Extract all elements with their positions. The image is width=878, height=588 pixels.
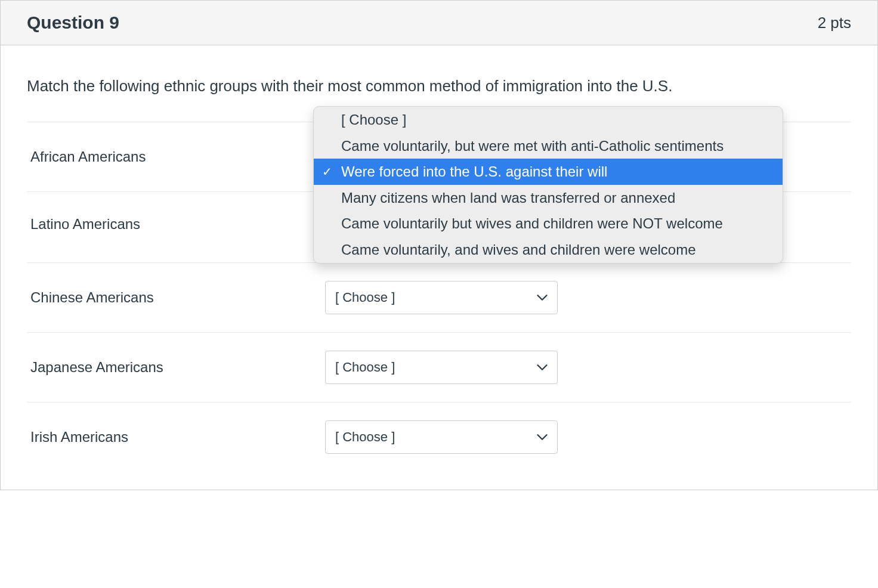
match-select-japanese-americans[interactable]: [ Choose ] — [325, 351, 558, 384]
dropdown-option-annexed[interactable]: Many citizens when land was transferred … — [314, 185, 783, 211]
match-select-wrapper: [ Choose ] — [325, 351, 558, 384]
option-text: Came voluntarily, but were met with anti… — [341, 138, 724, 154]
dropdown-option-not-welcome[interactable]: Came voluntarily but wives and children … — [314, 211, 783, 237]
match-select-irish-americans[interactable]: [ Choose ] — [325, 420, 558, 454]
chevron-down-icon — [537, 434, 548, 441]
question-points: 2 pts — [818, 14, 851, 32]
select-value: [ Choose ] — [335, 290, 531, 305]
option-text: Many citizens when land was transferred … — [341, 190, 675, 206]
select-value: [ Choose ] — [335, 429, 531, 445]
question-body: Match the following ethnic groups with t… — [1, 45, 877, 490]
select-value: [ Choose ] — [335, 360, 531, 375]
dropdown-menu[interactable]: [ Choose ] Came voluntarily, but were me… — [313, 106, 783, 264]
question-prompt: Match the following ethnic groups with t… — [27, 75, 851, 97]
question-title: Question 9 — [27, 13, 119, 33]
option-text: [ Choose ] — [341, 112, 406, 128]
chevron-down-icon — [537, 294, 548, 301]
check-icon: ✓ — [322, 163, 332, 180]
match-label: Latino Americans — [27, 210, 325, 233]
question-container: Question 9 2 pts Match the following eth… — [0, 0, 878, 490]
match-label: Chinese Americans — [27, 289, 325, 306]
dropdown-option-forced[interactable]: ✓ Were forced into the U.S. against thei… — [314, 159, 783, 185]
match-select-wrapper: [ Choose ] — [325, 281, 558, 314]
match-select-wrapper: [ Choose ] — [325, 420, 558, 454]
match-row-irish-americans: Irish Americans [ Choose ] — [27, 402, 851, 472]
match-row-chinese-americans: Chinese Americans [ Choose ] — [27, 262, 851, 332]
dropdown-option-choose[interactable]: [ Choose ] — [314, 107, 783, 133]
match-label: Irish Americans — [27, 429, 325, 445]
match-row-japanese-americans: Japanese Americans [ Choose ] — [27, 332, 851, 402]
option-text: Were forced into the U.S. against their … — [341, 163, 607, 180]
match-label: Japanese Americans — [27, 359, 325, 376]
dropdown-option-anti-catholic[interactable]: Came voluntarily, but were met with anti… — [314, 133, 783, 159]
chevron-down-icon — [537, 364, 548, 371]
question-header: Question 9 2 pts — [1, 1, 877, 45]
match-select-chinese-americans[interactable]: [ Choose ] — [325, 281, 558, 314]
match-label: African Americans — [27, 148, 325, 165]
option-text: Came voluntarily, and wives and children… — [341, 242, 696, 258]
dropdown-option-welcome[interactable]: Came voluntarily, and wives and children… — [314, 237, 783, 263]
option-text: Came voluntarily but wives and children … — [341, 215, 723, 231]
